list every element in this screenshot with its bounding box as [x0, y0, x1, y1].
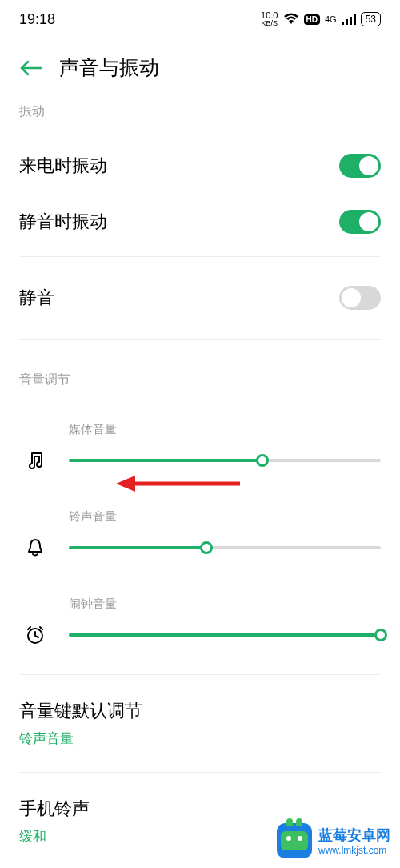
- status-bar: 19:18 10.0 KB/S HD 4G 53: [0, 0, 400, 38]
- vibrate-on-ring-toggle[interactable]: [339, 154, 381, 178]
- vibrate-on-ring-label: 来电时振动: [19, 154, 107, 178]
- signal-icon: [342, 14, 356, 25]
- alarm-clock-icon: [19, 625, 51, 645]
- page-header: 声音与振动: [0, 38, 400, 103]
- vibrate-on-ring-row[interactable]: 来电时振动: [19, 138, 381, 194]
- svg-rect-1: [346, 19, 348, 25]
- divider: [19, 256, 381, 257]
- watermark: 蓝莓安卓网 www.lmkjst.com: [277, 823, 390, 858]
- media-volume-slider[interactable]: [69, 459, 381, 462]
- watermark-url: www.lmkjst.com: [318, 845, 390, 856]
- vibrate-on-silent-row[interactable]: 静音时振动: [19, 194, 381, 250]
- back-button[interactable]: [19, 59, 42, 77]
- silent-mode-row[interactable]: 静音: [19, 263, 381, 332]
- bell-icon: [19, 537, 51, 558]
- watermark-logo-icon: [277, 823, 312, 858]
- page-title: 声音与振动: [59, 54, 159, 81]
- volume-key-default-item[interactable]: 音量键默认调节 铃声音量: [19, 681, 381, 766]
- status-right: 10.0 KB/S HD 4G 53: [261, 11, 381, 27]
- media-volume-label: 媒体音量: [69, 422, 381, 437]
- section-vibration-label: 振动: [19, 103, 381, 120]
- network-speed: 10.0 KB/S: [261, 11, 278, 27]
- vibrate-on-silent-toggle[interactable]: [339, 210, 381, 234]
- alarm-volume-label: 闹钟音量: [69, 597, 381, 612]
- hd-badge: HD: [304, 14, 320, 25]
- status-time: 19:18: [19, 11, 55, 28]
- alarm-volume-group: 闹钟音量: [19, 581, 381, 668]
- ring-volume-group: 铃声音量: [19, 493, 381, 581]
- music-note-icon: [19, 450, 51, 471]
- arrow-left-icon: [19, 59, 42, 77]
- phone-ringtone-title: 手机铃声: [19, 797, 381, 821]
- network-type: 4G: [325, 14, 337, 24]
- svg-rect-0: [342, 22, 344, 25]
- ring-volume-label: 铃声音量: [69, 509, 381, 524]
- vibrate-on-silent-label: 静音时振动: [19, 210, 107, 234]
- watermark-name: 蓝莓安卓网: [318, 826, 390, 845]
- silent-mode-label: 静音: [19, 286, 54, 310]
- alarm-volume-slider[interactable]: [69, 633, 381, 637]
- svg-rect-3: [354, 14, 356, 25]
- silent-mode-toggle[interactable]: [339, 286, 381, 310]
- divider: [19, 339, 381, 340]
- ring-volume-slider[interactable]: [69, 546, 381, 549]
- battery-indicator: 53: [361, 12, 381, 26]
- volume-key-default-title: 音量键默认调节: [19, 699, 381, 723]
- divider: [19, 674, 381, 675]
- section-volume-label: 音量调节: [19, 372, 381, 388]
- media-volume-group: 媒体音量: [19, 406, 381, 493]
- wifi-icon: [283, 13, 299, 26]
- volume-key-default-value: 铃声音量: [19, 729, 381, 748]
- divider: [19, 772, 381, 773]
- svg-rect-2: [350, 17, 352, 25]
